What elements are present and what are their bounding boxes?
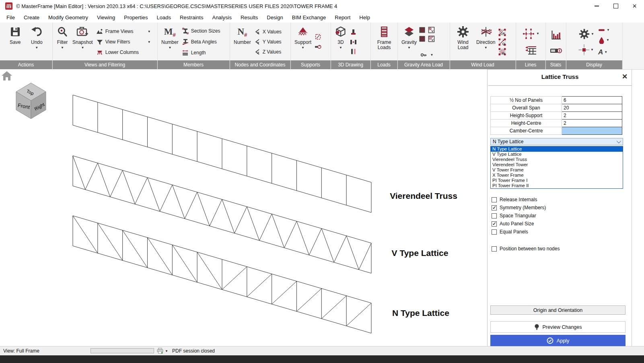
apply-button[interactable]: Apply xyxy=(490,335,625,346)
menu-modify-geometry[interactable]: Modify Geometry xyxy=(44,14,93,21)
dropdown-option[interactable]: PI Tower Frame II xyxy=(491,183,623,188)
ribbon-group-wind: Wind Load Direction ▼ CP xyxy=(450,23,516,69)
menu-report[interactable]: Report xyxy=(330,14,355,21)
dropdown-option[interactable]: PI Tower Frame I xyxy=(491,178,623,183)
bar-chart-icon[interactable] xyxy=(550,29,562,41)
view-cube[interactable]: Top Front Right xyxy=(16,83,46,119)
info-bar-icon[interactable] xyxy=(550,47,562,55)
table-row: Height-Support 2 xyxy=(491,112,622,120)
menu-bim-exchange[interactable]: BIM Exchange xyxy=(288,14,331,21)
preview-changes-button[interactable]: Preview Changes xyxy=(490,321,625,333)
member-color-button[interactable]: ▼ xyxy=(598,28,610,33)
wind-direction-button[interactable]: Direction ▼ xyxy=(474,23,497,60)
area-load-solid-icon[interactable] xyxy=(419,27,426,33)
frame-loads-button[interactable]: Frame Loads xyxy=(373,23,395,60)
area-load-hatch-solid-icon[interactable] xyxy=(419,35,426,42)
dropdown-option[interactable]: N Type Lattice xyxy=(491,146,623,152)
checkbox-symmetry-members[interactable]: Symmetry (Members) xyxy=(492,205,546,210)
menu-file[interactable]: File xyxy=(2,14,19,21)
menu-viewing[interactable]: Viewing xyxy=(93,14,119,21)
menu-loads[interactable]: Loads xyxy=(152,14,175,21)
menu-create[interactable]: Create xyxy=(19,14,44,21)
line-levels-button[interactable] xyxy=(525,45,537,56)
save-button[interactable]: Save xyxy=(8,23,23,60)
printer-button[interactable] xyxy=(157,348,163,354)
menu-properties[interactable]: Properties xyxy=(119,14,152,21)
section-sizes-button[interactable]: Section Sizes xyxy=(182,27,220,35)
checkbox-space-triangular[interactable]: Space Triangular xyxy=(492,213,536,219)
support-release-icon[interactable] xyxy=(315,33,321,40)
undo-button[interactable]: Undo ▼ xyxy=(29,23,45,60)
origin-and-orientation-button[interactable]: Origin and Orientation xyxy=(490,305,625,315)
menu-results[interactable]: Results xyxy=(236,14,262,21)
dropdown-option[interactable]: V Type Lattice xyxy=(491,152,623,157)
camber-centre-input[interactable] xyxy=(562,127,622,135)
truss-type-combobox[interactable]: N Type Lattice xyxy=(490,138,623,145)
beam-arrows-icon[interactable] xyxy=(350,39,357,45)
length-button[interactable]: Length xyxy=(182,49,220,56)
dropdown-option[interactable]: Vierendeel Truss xyxy=(491,157,623,162)
wind-w-icon[interactable]: W xyxy=(498,48,506,56)
overall-span-input[interactable]: 20 xyxy=(562,104,622,112)
field-label: Camber-Centre xyxy=(491,127,562,135)
maximize-button[interactable] xyxy=(606,0,625,12)
menu-restraints[interactable]: Restraints xyxy=(175,14,208,21)
lower-columns-button[interactable]: Lower Columns xyxy=(96,49,151,56)
node-display-button[interactable]: ▼ xyxy=(579,45,594,55)
panel-close-button[interactable]: ✕ xyxy=(621,73,628,80)
menu-design[interactable]: Design xyxy=(262,14,287,21)
text-display-button[interactable]: A ▼ xyxy=(598,48,610,56)
ribbon-group-lines: ▼ Lines xyxy=(516,23,546,69)
chevron-down-icon: ▼ xyxy=(35,46,38,50)
wind-q-icon[interactable]: Q xyxy=(498,38,506,46)
gravity-button[interactable]: Gravity ▼ xyxy=(399,23,419,60)
y-values-button[interactable]: Y Y Values xyxy=(254,39,282,45)
drawing-canvas[interactable]: Top Front Right Vierendeel TrussV Type L… xyxy=(0,69,487,346)
height-centre-input[interactable]: 2 xyxy=(562,120,622,127)
fill-color-button[interactable]: ▼ xyxy=(598,37,610,44)
dropdown-option[interactable]: V Tower Frame xyxy=(491,167,623,173)
area-load-open-icon[interactable]: V xyxy=(428,27,435,33)
grid-lines-button[interactable]: ▼ xyxy=(522,28,539,40)
support-spring-icon[interactable] xyxy=(315,43,321,50)
chevron-down-icon[interactable]: ▼ xyxy=(430,54,434,57)
two-columns-icon[interactable] xyxy=(350,48,357,55)
filter-button[interactable]: Filter ▼ xyxy=(54,23,70,60)
checkbox-equal-panels[interactable]: Equal Panels xyxy=(492,229,528,235)
column-head-icon[interactable] xyxy=(350,29,357,35)
home-view-button[interactable] xyxy=(2,71,12,80)
beta-angles-icon xyxy=(182,38,189,45)
checkbox-release-internals[interactable]: Release Internals xyxy=(492,197,537,202)
progress-bar xyxy=(91,348,154,353)
chevron-down-icon: ▼ xyxy=(148,40,151,44)
x-values-button[interactable]: X X Values xyxy=(254,29,282,35)
node-number-button[interactable]: N# Number xyxy=(232,23,253,60)
snapshot-button[interactable]: Snapshot ▼ xyxy=(70,23,95,60)
support-button[interactable]: Support ▼ xyxy=(292,23,313,60)
half-no-of-panels-input[interactable]: 6 xyxy=(562,97,622,104)
area-load-hatch-open-icon[interactable]: V xyxy=(428,35,435,42)
wind-cp-icon[interactable]: CP xyxy=(498,29,506,36)
gravity-icon xyxy=(403,26,415,37)
checkbox-position-between-two-nodes[interactable]: Position between two nodes xyxy=(492,246,560,252)
view-filters-button[interactable]: View Filters ▼ xyxy=(96,39,151,45)
wind-load-button[interactable]: Wind Load xyxy=(452,23,474,60)
close-button[interactable]: × xyxy=(625,0,644,12)
dropdown-option[interactable]: Vierendeel Tower xyxy=(491,162,623,167)
minimize-button[interactable] xyxy=(587,0,606,12)
menu-analysis[interactable]: Analysis xyxy=(208,14,236,21)
dropdown-option[interactable]: X Tower Frame xyxy=(491,173,623,178)
svg-text:X: X xyxy=(257,31,259,35)
menu-help[interactable]: Help xyxy=(355,14,374,21)
display-settings-button[interactable]: ▼ xyxy=(579,29,594,39)
lower-columns-icon xyxy=(96,49,103,56)
frame-views-button[interactable]: Frame Views ▼ xyxy=(96,28,151,35)
key-icon[interactable] xyxy=(420,52,427,58)
printer-options-caret[interactable]: ▼ xyxy=(165,349,168,353)
member-number-button[interactable]: M# Number ▼ xyxy=(159,23,181,60)
3d-button[interactable]: 3D ▼ xyxy=(333,23,349,60)
height-support-input[interactable]: 2 xyxy=(562,112,622,120)
z-values-button[interactable]: Z Z Values xyxy=(254,49,282,55)
checkbox-auto-panel-size[interactable]: Auto Panel Size xyxy=(492,221,534,227)
beta-angles-button[interactable]: Beta Angles xyxy=(182,38,220,45)
